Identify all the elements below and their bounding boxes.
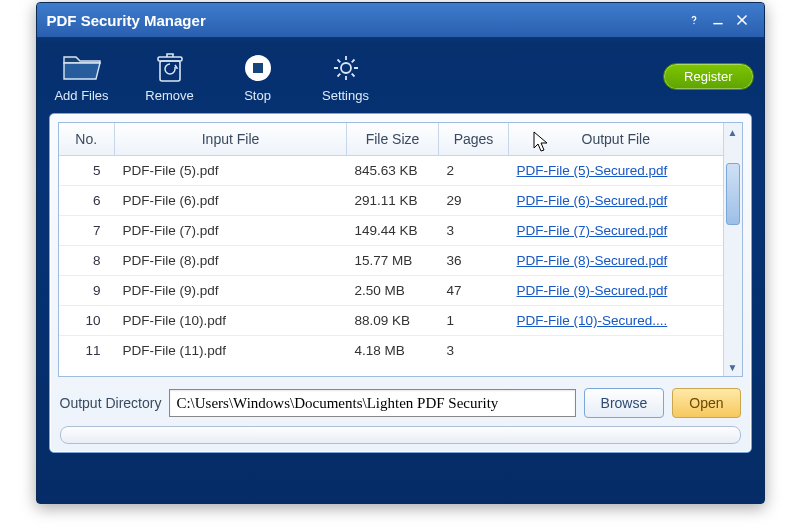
cell-file: PDF-File (8).pdf <box>115 246 347 276</box>
cell-output <box>509 336 723 366</box>
svg-rect-7 <box>253 63 263 73</box>
cell-no: 8 <box>59 246 115 276</box>
folder-icon <box>47 50 117 86</box>
stop-label: Stop <box>223 88 293 103</box>
stop-icon <box>223 50 293 86</box>
content-panel: No. Input File File Size Pages Output Fi… <box>49 113 752 453</box>
cell-size: 845.63 KB <box>347 156 439 186</box>
table-row[interactable]: 10PDF-File (10).pdf88.09 KB1PDF-File (10… <box>59 306 723 336</box>
settings-label: Settings <box>311 88 381 103</box>
col-output-file[interactable]: Output File <box>509 123 723 156</box>
col-file-size[interactable]: File Size <box>347 123 439 156</box>
cell-file: PDF-File (9).pdf <box>115 276 347 306</box>
cell-file: PDF-File (6).pdf <box>115 186 347 216</box>
col-pages[interactable]: Pages <box>439 123 509 156</box>
output-dir-label: Output Directory <box>60 395 162 411</box>
browse-button[interactable]: Browse <box>584 388 665 418</box>
output-link[interactable]: PDF-File (9)-Secured.pdf <box>517 283 668 298</box>
app-window: PDF Security Manager <box>36 2 765 504</box>
svg-point-0 <box>693 23 694 24</box>
cell-file: PDF-File (11).pdf <box>115 336 347 366</box>
cell-no: 10 <box>59 306 115 336</box>
cell-no: 6 <box>59 186 115 216</box>
open-button[interactable]: Open <box>672 388 740 418</box>
recycle-icon <box>135 50 205 86</box>
remove-button[interactable]: Remove <box>135 50 205 103</box>
table-row[interactable]: 6PDF-File (6).pdf291.11 KB29PDF-File (6)… <box>59 186 723 216</box>
cell-file: PDF-File (10).pdf <box>115 306 347 336</box>
cell-no: 11 <box>59 336 115 366</box>
cell-pages: 2 <box>439 156 509 186</box>
cell-pages: 36 <box>439 246 509 276</box>
table-row[interactable]: 8PDF-File (8).pdf15.77 MB36PDF-File (8)-… <box>59 246 723 276</box>
progress-bar <box>60 426 741 444</box>
scroll-thumb[interactable] <box>726 163 740 225</box>
cell-output[interactable]: PDF-File (9)-Secured.pdf <box>509 276 723 306</box>
cell-pages: 3 <box>439 216 509 246</box>
close-button[interactable] <box>730 8 754 32</box>
vertical-scrollbar[interactable]: ▲ ▼ <box>723 123 742 376</box>
cell-output[interactable]: PDF-File (5)-Secured.pdf <box>509 156 723 186</box>
window-title: PDF Security Manager <box>47 12 682 29</box>
cell-pages: 3 <box>439 336 509 366</box>
output-link[interactable]: PDF-File (5)-Secured.pdf <box>517 163 668 178</box>
table-row[interactable]: 11PDF-File (11).pdf4.18 MB3 <box>59 336 723 366</box>
stop-button[interactable]: Stop <box>223 50 293 103</box>
file-table[interactable]: No. Input File File Size Pages Output Fi… <box>59 123 723 365</box>
file-table-container: No. Input File File Size Pages Output Fi… <box>58 122 743 377</box>
cell-output[interactable]: PDF-File (7)-Secured.pdf <box>509 216 723 246</box>
cell-pages: 47 <box>439 276 509 306</box>
output-dir-field[interactable]: C:\Users\Windows\Documents\Lighten PDF S… <box>169 389 575 417</box>
cell-pages: 29 <box>439 186 509 216</box>
cell-size: 291.11 KB <box>347 186 439 216</box>
output-link[interactable]: PDF-File (6)-Secured.pdf <box>517 193 668 208</box>
cell-size: 2.50 MB <box>347 276 439 306</box>
add-files-label: Add Files <box>47 88 117 103</box>
cell-pages: 1 <box>439 306 509 336</box>
cell-no: 5 <box>59 156 115 186</box>
cell-output[interactable]: PDF-File (10)-Secured.... <box>509 306 723 336</box>
gear-icon <box>311 50 381 86</box>
svg-point-8 <box>341 63 351 73</box>
settings-button[interactable]: Settings <box>311 50 381 103</box>
register-button[interactable]: Register <box>663 63 753 90</box>
output-directory-row: Output Directory C:\Users\Windows\Docume… <box>60 387 741 419</box>
cell-size: 4.18 MB <box>347 336 439 366</box>
main-toolbar: Add Files Remove <box>37 37 764 111</box>
svg-rect-5 <box>158 57 182 61</box>
add-files-button[interactable]: Add Files <box>47 50 117 103</box>
cell-size: 88.09 KB <box>347 306 439 336</box>
output-link[interactable]: PDF-File (10)-Secured.... <box>517 313 668 328</box>
output-link[interactable]: PDF-File (8)-Secured.pdf <box>517 253 668 268</box>
remove-label: Remove <box>135 88 205 103</box>
output-dir-value: C:\Users\Windows\Documents\Lighten PDF S… <box>176 395 498 412</box>
cell-size: 149.44 KB <box>347 216 439 246</box>
svg-rect-1 <box>713 23 722 24</box>
cell-size: 15.77 MB <box>347 246 439 276</box>
cell-no: 7 <box>59 216 115 246</box>
help-button[interactable] <box>682 8 706 32</box>
cell-output[interactable]: PDF-File (8)-Secured.pdf <box>509 246 723 276</box>
output-link[interactable]: PDF-File (7)-Secured.pdf <box>517 223 668 238</box>
col-no[interactable]: No. <box>59 123 115 156</box>
table-row[interactable]: 7PDF-File (7).pdf149.44 KB3PDF-File (7)-… <box>59 216 723 246</box>
table-row[interactable]: 9PDF-File (9).pdf2.50 MB47PDF-File (9)-S… <box>59 276 723 306</box>
scroll-up-arrow[interactable]: ▲ <box>724 123 742 141</box>
minimize-button[interactable] <box>706 8 730 32</box>
cell-no: 9 <box>59 276 115 306</box>
cell-file: PDF-File (5).pdf <box>115 156 347 186</box>
col-input-file[interactable]: Input File <box>115 123 347 156</box>
scroll-down-arrow[interactable]: ▼ <box>724 358 742 376</box>
title-bar: PDF Security Manager <box>37 3 764 37</box>
cell-output[interactable]: PDF-File (6)-Secured.pdf <box>509 186 723 216</box>
table-row[interactable]: 5PDF-File (5).pdf845.63 KB2PDF-File (5)-… <box>59 156 723 186</box>
cell-file: PDF-File (7).pdf <box>115 216 347 246</box>
